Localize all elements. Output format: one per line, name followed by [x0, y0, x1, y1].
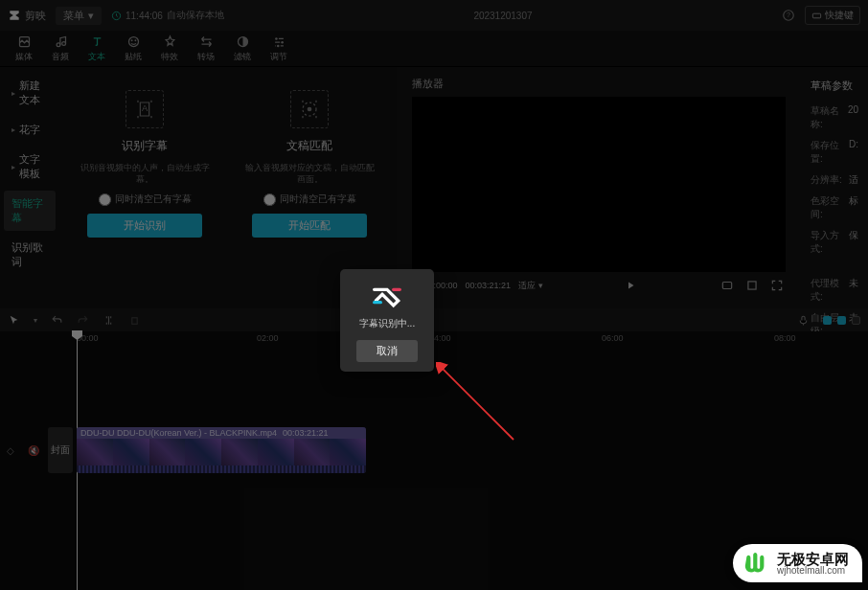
brand-icon — [8, 9, 21, 22]
ruler-tick: 06:00 — [602, 333, 624, 343]
ruler-tick: 02:00 — [257, 333, 279, 343]
card-checkbox[interactable]: 同时清空已有字幕 — [99, 193, 192, 206]
svg-point-8 — [130, 39, 132, 41]
autosave-status: 11:44:06 自动保存本地 — [111, 9, 224, 22]
player-title: 播放器 — [412, 77, 786, 91]
card-action-button[interactable]: 开始识别 — [87, 214, 202, 238]
shortcuts-button[interactable]: 快捷键 — [805, 6, 860, 25]
mic-button[interactable] — [797, 314, 810, 327]
tool-特效[interactable]: 特效 — [151, 34, 188, 63]
zoom-out[interactable] — [823, 316, 832, 325]
card-icon: A — [126, 90, 164, 128]
clip-name: DDU-DU DDU-DU(Korean Ver.) - BLACKPINK.m… — [80, 428, 277, 438]
prop-row: 草稿名称:20 — [811, 104, 858, 131]
wuji-logo-icon — [742, 550, 769, 577]
pointer-chev[interactable]: ▾ — [34, 316, 37, 325]
player-viewport[interactable] — [412, 97, 786, 272]
prop-row: 保存位置:D: — [811, 139, 858, 166]
leftnav-花字[interactable]: ▸花字 — [4, 117, 56, 143]
clip-duration: 00:03:21:21 — [283, 428, 329, 438]
brand: 剪映 — [8, 9, 46, 23]
track-lock-icon[interactable]: ◇ — [7, 445, 14, 456]
card-checkbox[interactable]: 同时清空已有字幕 — [263, 193, 356, 206]
split-button[interactable] — [103, 314, 115, 327]
tool-音频[interactable]: 音频 — [42, 34, 79, 63]
card-title: 识别字幕 — [122, 138, 168, 154]
app-logo-icon — [368, 283, 406, 309]
fullscreen-button[interactable] — [768, 277, 786, 294]
tool-调节[interactable]: 调节 — [261, 34, 297, 63]
svg-point-13 — [277, 44, 280, 47]
svg-rect-18 — [748, 282, 756, 289]
redo-button[interactable] — [77, 314, 89, 327]
prop-row: 色彩空间:标 — [811, 194, 858, 221]
prop-row: 代理模式:未 — [811, 277, 858, 304]
cancel-button[interactable]: 取消 — [356, 340, 418, 362]
clip-audio-wave — [77, 465, 366, 473]
play-button[interactable] — [622, 277, 639, 294]
svg-point-16 — [308, 107, 312, 112]
watermark: 无极安卓网 wjhotelmall.com — [733, 544, 862, 582]
help-icon[interactable]: ? — [782, 9, 795, 22]
card-文稿匹配: 文稿匹配输入音视频对应的文稿，自动匹配画面。 同时清空已有字幕开始匹配 — [232, 80, 387, 295]
svg-point-11 — [275, 37, 278, 40]
card-识别字幕: A识别字幕识别音视频中的人声，自动生成字幕。 同时清空已有字幕开始识别 — [67, 80, 222, 295]
zoom-in[interactable] — [852, 316, 860, 325]
ratio-button[interactable] — [743, 277, 761, 294]
chevron-down-icon: ▾ — [88, 10, 94, 22]
svg-point-7 — [128, 36, 138, 46]
tool-媒体[interactable]: 媒体 — [6, 34, 42, 63]
cover-button[interactable]: 封面 — [48, 427, 73, 473]
project-date: 20231201307 — [473, 11, 532, 21]
tool-转场[interactable]: 转场 — [188, 34, 224, 63]
zoom-fit[interactable] — [837, 316, 846, 325]
ratio-dropdown[interactable]: 适应 ▾ — [518, 280, 543, 292]
svg-text:?: ? — [787, 11, 790, 18]
track-mute-icon[interactable]: 🔇 — [28, 445, 39, 456]
tool-贴纸[interactable]: 贴纸 — [115, 34, 151, 63]
svg-point-9 — [134, 39, 136, 41]
svg-rect-17 — [722, 283, 731, 289]
prop-row: 分辨率:适 — [811, 173, 858, 187]
leftnav-识别歌词[interactable]: 识别歌词 — [4, 235, 56, 275]
ruler-tick: 08:00 — [774, 333, 796, 343]
card-desc: 识别音视频中的人声，自动生成字幕。 — [77, 162, 213, 185]
svg-point-12 — [281, 40, 284, 43]
keyboard-icon — [811, 11, 822, 21]
props-title: 草稿参数 — [811, 79, 858, 93]
card-icon — [290, 90, 329, 128]
card-desc: 输入音视频对应的文稿，自动匹配画面。 — [241, 162, 377, 185]
card-action-button[interactable]: 开始匹配 — [252, 214, 367, 238]
prop-row: 导入方式:保 — [811, 229, 858, 256]
time-total: 00:03:21:21 — [466, 281, 512, 290]
leftnav-智能字幕[interactable]: 智能字幕 — [4, 191, 56, 231]
tool-文本[interactable]: 文本 — [79, 34, 115, 63]
video-clip[interactable]: DDU-DU DDU-DU(Korean Ver.) - BLACKPINK.m… — [77, 427, 366, 473]
menu-dropdown[interactable]: 菜单 ▾ — [56, 7, 102, 25]
undo-button[interactable] — [51, 314, 63, 327]
leftnav-文字模板[interactable]: ▸文字模板 — [4, 147, 56, 187]
leftnav-新建文本[interactable]: ▸新建文本 — [4, 73, 56, 113]
snapshot-button[interactable] — [719, 277, 736, 294]
watermark-url: wjhotelmall.com — [777, 566, 849, 576]
pointer-tool[interactable] — [8, 314, 20, 327]
svg-rect-3 — [812, 13, 820, 18]
svg-rect-19 — [132, 317, 137, 324]
watermark-name: 无极安卓网 — [777, 552, 849, 566]
svg-text:A: A — [142, 103, 148, 113]
processing-modal: 字幕识别中... 取消 — [340, 269, 434, 372]
modal-message: 字幕识别中... — [350, 317, 424, 330]
card-title: 文稿匹配 — [286, 138, 332, 154]
clock-icon — [111, 11, 122, 21]
delete-button[interactable] — [128, 314, 141, 327]
tool-滤镜[interactable]: 滤镜 — [224, 34, 261, 63]
